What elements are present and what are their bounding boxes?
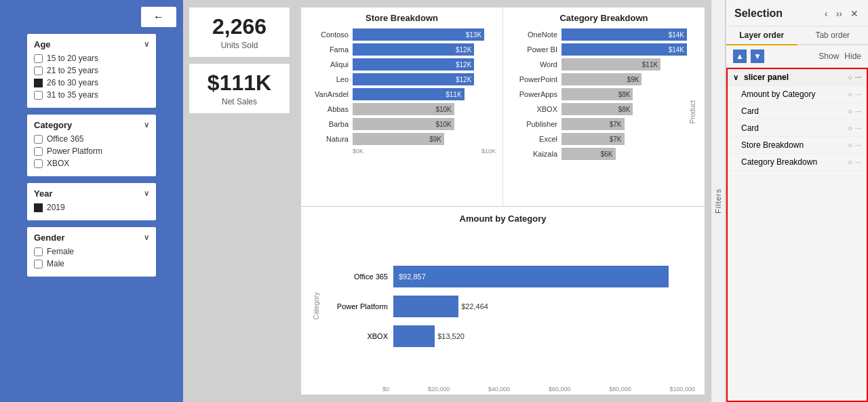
year-item-1-label: 2019 [47,203,65,212]
category-breakdown-more-icon[interactable]: ··· [855,158,861,166]
age-item-2[interactable]: 21 to 25 years [34,66,149,75]
move-down-button[interactable]: ▼ [751,49,764,63]
cat-bar-onenote: OneNote $14K [510,28,687,41]
gender-checkbox-1[interactable] [34,247,43,256]
cat-bar-excel: Excel $7K [510,133,687,145]
age-item-4[interactable]: 31 to 35 years [34,90,149,100]
show-button[interactable]: Show [818,52,839,61]
category-checkbox-1[interactable] [34,135,43,144]
top-charts-container: Store Breakdown Contoso $13K Fama $12K [300,7,705,207]
cat-bar-publisher-fill: $7K [561,118,625,130]
store-breakdown-more-icon[interactable]: ··· [855,141,861,149]
card-2-more-icon[interactable]: ··· [855,124,861,132]
age-item-3-label: 26 to 30 years [47,78,98,87]
cat-bar-powerpoint: PowerPoint $9K [510,73,687,85]
store-breakdown-bars: Contoso $13K Fama $12K Aliqui [308,28,496,145]
amount-value-office365: $92,857 [399,273,426,281]
hide-button[interactable]: Hide [844,52,861,61]
category-checkbox-3[interactable] [34,159,43,168]
year-chevron-icon[interactable]: ∨ [144,189,149,198]
card-1-eye-icon[interactable]: ○ [848,107,852,115]
age-chevron-icon[interactable]: ∨ [144,40,149,49]
gender-item-2[interactable]: Male [34,259,149,268]
gender-slicer-title: Gender ∨ [34,233,149,243]
amount-bar-powerplatform-container: $22,464 [393,296,690,317]
cat-bar-powerapps: PowerApps $8K [510,88,687,100]
age-checkbox-2[interactable] [34,66,43,75]
cat-bar-powerbi: Power BI $14K [510,43,687,56]
slicer-panel-eye-icon[interactable]: ○ [848,73,852,81]
selection-title: Selection [734,7,783,20]
store-bar-natura: Natura $9K [308,133,496,145]
cat-bar-xbox: XBOX $8K [510,103,687,115]
age-item-4-label: 31 to 35 years [47,90,98,100]
amount-category-eye-icon[interactable]: ○ [848,90,852,98]
year-item-1[interactable]: 2019 [34,203,149,212]
age-checkbox-3-filled [34,79,43,87]
filters-label: Filters [714,188,722,214]
selection-item-card-2[interactable]: Card ○ ··· [728,120,867,137]
age-checkbox-4[interactable] [34,91,43,100]
selection-item-store-breakdown[interactable]: Store Breakdown ○ ··· [728,137,867,154]
gender-label: Gender [34,233,65,243]
amount-axis-labels: $0 $20,000 $40,000 $60,000 $80,000 $100,… [311,386,695,393]
age-item-1-label: 15 to 20 years [47,54,98,63]
age-slicer-title: Age ∨ [34,39,149,49]
category-item-2[interactable]: Power Platform [34,146,149,156]
age-item-1[interactable]: 15 to 20 years [34,54,149,63]
back-button[interactable]: ← [141,7,176,27]
category-checkbox-2[interactable] [34,147,43,156]
slicer-panel-more-icon[interactable]: ··· [855,73,861,81]
amount-value-powerplatform: $22,464 [461,302,488,310]
category-item-1[interactable]: Office 365 [34,134,149,144]
tab-layer-order[interactable]: Layer order [726,26,797,45]
kpi-net-sales: $111K Net Sales [189,63,290,114]
chevron-left-icon[interactable]: ‹ [823,7,829,20]
selection-item-category-breakdown[interactable]: Category Breakdown ○ ··· [728,154,867,171]
age-checkbox-1[interactable] [34,54,43,63]
category-breakdown-eye-icon[interactable]: ○ [848,158,852,166]
category-item-3[interactable]: XBOX [34,159,149,168]
gender-chevron-icon[interactable]: ∨ [144,233,149,242]
kpi-sales-value: $111K [199,71,280,96]
filters-sidebar-tab[interactable]: Filters [711,0,726,402]
store-bar-vanarsdel-fill: $11K [353,88,465,100]
amount-category-title: Amount by Category [311,214,695,224]
store-bar-leo: Leo $12K [308,73,496,85]
gender-checkbox-2[interactable] [34,260,43,268]
store-breakdown-eye-icon[interactable]: ○ [848,141,852,149]
card-2-label: Card [741,123,759,133]
kpi-units-value: 2,266 [199,14,280,39]
amount-bar-office365-fill: $92,857 [393,266,669,287]
show-hide-controls: Show Hide [818,52,861,61]
card-2-eye-icon[interactable]: ○ [848,124,852,132]
card-1-more-icon[interactable]: ··· [855,107,861,115]
close-icon[interactable]: ✕ [849,7,860,20]
year-checkbox-filled [34,203,43,212]
store-breakdown-label: Store Breakdown [741,140,804,150]
selection-list: ∨ slicer panel ○ ··· Amount by Category … [726,68,868,402]
amount-label-xbox: XBOX [327,332,388,340]
slicer-panel-label: slicer panel [744,73,789,82]
category-chevron-icon[interactable]: ∨ [144,121,149,129]
age-item-3[interactable]: 26 to 30 years [34,78,149,87]
amount-category-label: Amount by Category [741,89,815,99]
store-breakdown-chart: Store Breakdown Contoso $13K Fama $12K [301,7,503,206]
cat-bar-xbox-fill: $8K [561,103,633,115]
amount-label-powerplatform: Power Platform [327,302,388,310]
gender-slicer: Gender ∨ Female Male [27,227,156,277]
category-axis-label-container: Category [311,229,321,383]
selection-item-card-1[interactable]: Card ○ ··· [728,103,867,120]
move-up-button[interactable]: ▲ [733,49,747,63]
gender-item-1[interactable]: Female [34,247,149,256]
right-panel: Selection ‹ ›› ✕ Layer order Tab order ▲… [726,0,868,402]
cat-bar-excel-fill: $7K [561,133,625,145]
gender-item-2-label: Male [47,259,64,268]
tab-tab-order[interactable]: Tab order [797,26,869,44]
amount-bar-xbox-fill [393,325,435,347]
selection-item-slicer-panel[interactable]: ∨ slicer panel ○ ··· [728,69,867,86]
selection-item-amount-category[interactable]: Amount by Category ○ ··· [728,86,867,103]
cat-bar-kaizala: Kaizala $6K [510,148,687,160]
expand-icon[interactable]: ›› [835,7,844,20]
amount-category-more-icon[interactable]: ··· [855,90,861,98]
